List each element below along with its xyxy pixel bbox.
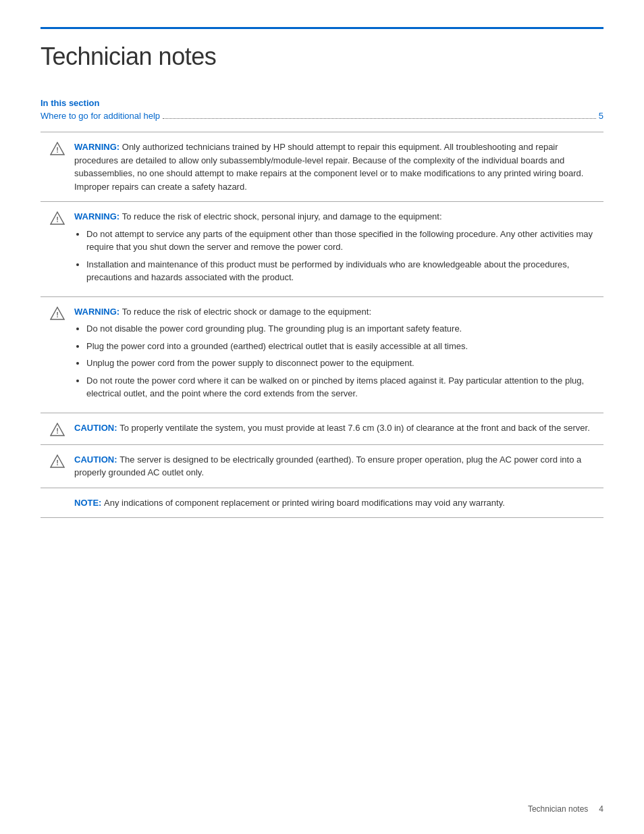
warning-list-3: Do not disable the power cord grounding … [86,322,603,400]
footer-label: Technician notes [528,804,588,814]
warning-block-2: ! WARNING: To reduce the risk of electri… [41,202,603,297]
caution-icon-2: ! [41,453,74,468]
toc-heading: In this section [41,98,603,108]
caution-text-1: To properly ventilate the system, you mu… [119,423,590,433]
footer-text: Technician notes 4 [528,804,603,814]
note-content: NOTE: Any indications of component repla… [74,496,603,510]
warning-icon-3: ! [41,305,74,320]
warning-block-3: ! WARNING: To reduce the risk of electri… [41,297,603,413]
page-title: Technician notes [41,43,603,71]
warning-icon-1: ! [41,140,74,155]
warning-list-2: Do not attempt to service any parts of t… [86,228,603,284]
warning-label-3: WARNING: [74,307,122,317]
caution-label-1: CAUTION: [74,423,119,433]
caution-text-2: The server is designed to be electricall… [74,454,581,478]
note-label: NOTE: [74,498,104,508]
triangle-warning-icon-2: ! [50,211,65,225]
caution-icon-1: ! [41,421,74,436]
toc-entry[interactable]: Where to go for additional help 5 [41,111,603,121]
svg-text:!: ! [56,215,59,224]
list-item: Do not disable the power cord grounding … [86,322,603,336]
warning-text-1: Only authorized technicians trained by H… [74,142,583,192]
warning-icon-2: ! [41,210,74,225]
svg-text:!: ! [56,459,59,467]
triangle-warning-icon: ! [50,142,65,155]
triangle-caution-icon-1: ! [50,423,65,436]
page: Technician notes In this section Where t… [0,0,644,834]
warning-text-2: To reduce the risk of electric shock, pe… [122,211,442,221]
warning-content-1: WARNING: Only authorized technicians tra… [74,140,603,193]
svg-text:!: ! [56,146,59,154]
toc-dots [163,118,596,119]
caution-content-1: CAUTION: To properly ventilate the syste… [74,421,603,435]
top-rule [41,27,603,29]
triangle-warning-icon-3: ! [50,307,65,320]
caution-label-2: CAUTION: [74,454,119,465]
list-item: Plug the power cord into a grounded (ear… [86,340,603,353]
list-item: Do not route the power cord where it can… [86,374,603,400]
svg-text:!: ! [56,311,59,319]
toc-section: In this section Where to go for addition… [41,98,603,121]
note-icon [41,496,74,498]
warning-label-1: WARNING: [74,142,122,152]
footer-page: 4 [599,804,603,814]
caution-content-2: CAUTION: The server is designed to be el… [74,453,603,479]
warning-text-3: To reduce the risk of electric shock or … [122,307,371,317]
list-item: Installation and maintenance of this pro… [86,258,603,284]
warning-content-3: WARNING: To reduce the risk of electric … [74,305,603,405]
toc-entry-title: Where to go for additional help [41,111,160,121]
triangle-caution-icon-2: ! [50,454,65,468]
caution-block-1: ! CAUTION: To properly ventilate the sys… [41,413,603,445]
footer: Technician notes 4 [528,804,603,814]
warning-content-2: WARNING: To reduce the risk of electric … [74,210,603,288]
warning-block-1: ! WARNING: Only authorized technicians t… [41,132,603,202]
toc-entry-page: 5 [599,111,603,121]
warning-label-2: WARNING: [74,211,122,221]
note-text: Any indications of component replacement… [104,498,505,508]
svg-text:!: ! [56,427,59,435]
list-item: Do not attempt to service any parts of t… [86,228,603,254]
caution-block-2: ! CAUTION: The server is designed to be … [41,445,603,488]
note-block: NOTE: Any indications of component repla… [41,488,603,519]
list-item: Unplug the power cord from the power sup… [86,357,603,370]
